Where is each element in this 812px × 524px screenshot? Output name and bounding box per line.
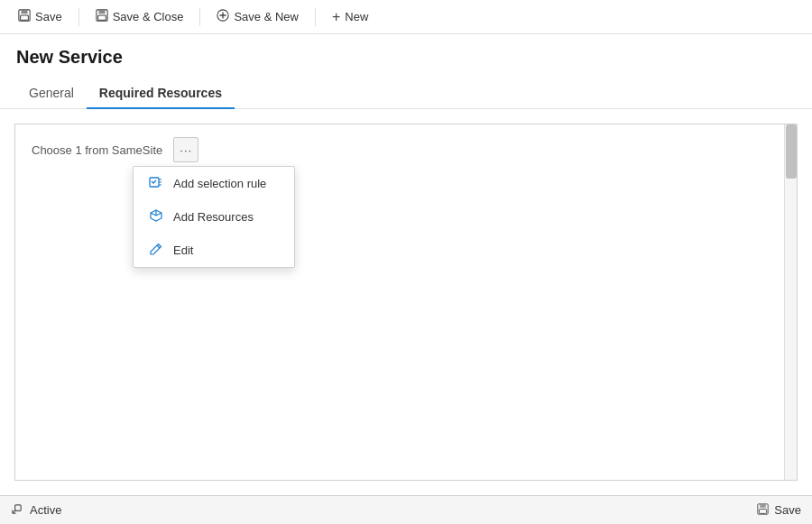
- status-label: Active: [30, 503, 61, 517]
- add-resources-label: Add Resources: [173, 210, 254, 224]
- save-close-label: Save & Close: [113, 10, 184, 23]
- statusbar: Active Save: [0, 495, 812, 524]
- more-options-button[interactable]: ···: [173, 137, 198, 162]
- statusbar-save-label: Save: [774, 503, 801, 517]
- scrollbar-track[interactable]: [784, 124, 797, 480]
- save-label: Save: [35, 10, 62, 23]
- statusbar-save-icon: [757, 503, 769, 518]
- svg-rect-8: [15, 504, 22, 510]
- add-resources-icon: [148, 208, 164, 225]
- add-selection-icon: [148, 175, 164, 192]
- add-selection-label: Add selection rule: [173, 177, 266, 190]
- new-icon: +: [332, 10, 340, 24]
- content-inner: Choose 1 from SameSite ··· Add selection…: [14, 124, 798, 481]
- separator: [78, 8, 79, 26]
- dropdown-menu: Add selection rule Add Resources: [133, 166, 295, 268]
- content-area: Choose 1 from SameSite ··· Add selection…: [0, 109, 812, 495]
- save-new-button[interactable]: Save & New: [208, 5, 308, 28]
- svg-rect-5: [97, 15, 106, 20]
- more-icon: ···: [180, 143, 192, 157]
- svg-rect-1: [22, 10, 28, 14]
- page-header: New Service: [0, 34, 812, 78]
- svg-rect-4: [98, 10, 105, 14]
- tab-general[interactable]: General: [16, 78, 87, 109]
- dropdown-item-edit[interactable]: Edit: [134, 234, 294, 267]
- external-link-icon[interactable]: [11, 503, 23, 518]
- save-icon: [18, 9, 31, 24]
- svg-rect-11: [760, 509, 767, 513]
- svg-rect-10: [761, 503, 767, 507]
- new-button[interactable]: + New: [323, 6, 377, 28]
- tab-bar: General Required Resources: [0, 78, 812, 109]
- edit-icon: [148, 242, 164, 259]
- save-close-icon: [96, 9, 108, 24]
- statusbar-left: Active: [11, 503, 61, 518]
- new-label: New: [345, 10, 368, 23]
- edit-label: Edit: [173, 244, 193, 257]
- separator: [315, 8, 316, 26]
- separator: [199, 8, 200, 26]
- resource-row: Choose 1 from SameSite ··· Add selection…: [15, 124, 797, 175]
- page-title: New Service: [16, 47, 796, 68]
- resource-label: Choose 1 from SameSite: [32, 143, 162, 157]
- save-button[interactable]: Save: [9, 5, 71, 28]
- save-new-icon: [217, 9, 229, 24]
- svg-rect-2: [21, 15, 29, 20]
- dropdown-item-add-selection[interactable]: Add selection rule: [134, 167, 294, 200]
- toolbar: Save Save & Close Save & New + New: [0, 0, 812, 34]
- save-new-label: Save & New: [234, 10, 299, 23]
- tab-required-resources[interactable]: Required Resources: [87, 78, 235, 109]
- dropdown-item-add-resources[interactable]: Add Resources: [134, 200, 294, 234]
- statusbar-right: Save: [757, 503, 801, 518]
- save-close-button[interactable]: Save & Close: [87, 5, 193, 28]
